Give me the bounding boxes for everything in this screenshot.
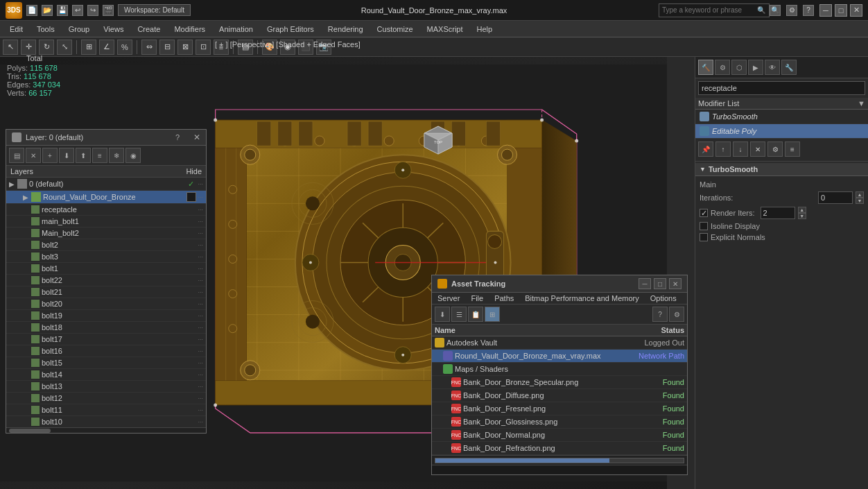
layers-delete-btn[interactable]: ✕ <box>26 148 41 163</box>
menu-graph-editors[interactable]: Graph Editors <box>260 24 321 35</box>
layer-item-bolt12[interactable]: bolt12 ··· <box>6 393 206 404</box>
select-btn[interactable]: ↖ <box>3 40 18 55</box>
at-tb-btn2[interactable]: ☰ <box>451 307 467 322</box>
menu-create[interactable]: Create <box>130 24 167 35</box>
workspace-selector[interactable]: Workspace: Default <box>118 4 191 16</box>
rp-tab-display[interactable]: 👁 <box>765 60 780 75</box>
menu-rendering[interactable]: Rendering <box>321 24 370 35</box>
render-iters-cb[interactable]: ✓ <box>700 209 708 217</box>
at-row-max-file[interactable]: Round_Vault_Door_Bronze_max_vray.max Net… <box>432 350 687 363</box>
at-row-refraction[interactable]: FNC Bank_Door_Refraction.png Found <box>432 442 687 455</box>
iterations-spinner[interactable]: ▲ ▼ <box>856 191 864 204</box>
layer-item-bolt11[interactable]: bolt11 ··· <box>6 404 206 416</box>
layer-item-bolt17[interactable]: bolt17 ··· <box>6 334 206 345</box>
save-btn[interactable]: 💾 <box>57 5 68 16</box>
layer-item-bolt22[interactable]: bolt22 ··· <box>6 275 206 286</box>
layer-item-bolt13[interactable]: bolt13 ··· <box>6 381 206 393</box>
at-menu-options[interactable]: Options <box>645 293 682 304</box>
pin-btn[interactable]: 📌 <box>698 141 713 157</box>
menu-views[interactable]: Views <box>96 24 130 35</box>
layer-btn[interactable]: ▤ <box>238 40 253 55</box>
align-btn[interactable]: ⊟ <box>159 40 175 55</box>
at-row-normal[interactable]: FNC Bank_Door_Normal.png Found <box>432 429 687 442</box>
layer-item-vault[interactable]: ▶ Round_Vault_Door_Bronze ··· <box>6 191 206 204</box>
scale-btn[interactable]: ⤡ <box>57 40 72 55</box>
move-up-btn[interactable]: ↑ <box>715 141 731 157</box>
layers-new-btn[interactable]: ▤ <box>9 148 24 163</box>
mod-options-btn[interactable]: ≡ <box>785 141 800 157</box>
menu-help[interactable]: Help <box>470 24 500 35</box>
explicit-normals-cb[interactable] <box>700 233 708 241</box>
at-tb-btn4[interactable]: ⊞ <box>485 307 500 322</box>
move-dn-btn[interactable]: ↓ <box>733 141 748 157</box>
undo-btn[interactable]: ↩ <box>72 5 83 16</box>
layers-filter-btn[interactable]: ≡ <box>92 148 107 163</box>
at-row-maps[interactable]: Maps / Shaders <box>432 363 687 376</box>
layer-item-bolt2[interactable]: bolt2 ··· <box>6 239 206 251</box>
move-btn[interactable]: ✛ <box>21 40 36 55</box>
layer-item-bolt20[interactable]: bolt20 ··· <box>6 298 206 310</box>
at-minimize-btn[interactable]: ─ <box>639 278 651 289</box>
align2-btn[interactable]: ⊠ <box>177 40 193 55</box>
render-quick-btn[interactable]: ⚙ <box>786 5 797 16</box>
menu-tools[interactable]: Tools <box>30 24 62 35</box>
menu-modifiers[interactable]: Modifiers <box>167 24 212 35</box>
layer-item-receptacle[interactable]: receptacle ··· <box>6 204 206 216</box>
at-menu-bitmap[interactable]: Bitmap Performance and Memory <box>519 293 644 304</box>
object-name-input[interactable] <box>698 81 865 95</box>
layer-item-main-bolt2[interactable]: Main_bolt2 ··· <box>6 228 206 239</box>
layers-freeze-btn[interactable]: ❄ <box>109 148 124 163</box>
help-btn[interactable]: ? <box>803 5 814 16</box>
layer-item-bolt1[interactable]: bolt1 ··· <box>6 263 206 275</box>
layer-item-bolt16[interactable]: bolt16 ··· <box>6 345 206 357</box>
close-btn[interactable]: ✕ <box>850 4 862 17</box>
render-iters-spinner[interactable]: ▲ ▼ <box>798 207 806 219</box>
layer-item-bolt10[interactable]: bolt10 ··· <box>6 416 206 427</box>
at-row-specular[interactable]: FNC Bank_Door_Bronze_Specular.png Found <box>432 376 687 389</box>
expand-default[interactable]: ▶ <box>9 180 17 188</box>
layers-scrollbar-h[interactable] <box>6 427 206 433</box>
menu-group[interactable]: Group <box>62 24 97 35</box>
at-tb-btn3[interactable]: 📋 <box>468 307 483 322</box>
search-exec-btn[interactable]: 🔍 <box>770 5 781 16</box>
layer-item-bolt19[interactable]: bolt19 ··· <box>6 310 206 322</box>
modifier-list-arrow[interactable]: ▼ <box>858 99 865 108</box>
menu-customize[interactable]: Customize <box>370 24 420 35</box>
modifier-editable-poly[interactable]: Editable Poly <box>695 124 868 139</box>
layer-item-default[interactable]: ▶ 0 (default) ✓ ··· <box>6 178 206 191</box>
layer-item-bolt21[interactable]: bolt21 ··· <box>6 286 206 298</box>
layer-cb-vault[interactable] <box>186 192 196 202</box>
render-iters-value[interactable]: 2 <box>761 207 795 219</box>
modifier-turbosmooth[interactable]: TurboSmooth <box>695 110 868 124</box>
at-row-vault[interactable]: Autodesk Vault Logged Out <box>432 336 687 350</box>
rp-tab-hierarchy[interactable]: ⬡ <box>731 60 747 75</box>
render-btn[interactable]: 🎨 <box>262 40 277 55</box>
expand-vault[interactable]: ▶ <box>23 194 31 201</box>
percent-snap-btn[interactable]: % <box>117 40 132 55</box>
rp-tab-utilities[interactable]: 🔧 <box>781 60 797 75</box>
mirror-btn[interactable]: ⇔ <box>141 40 157 55</box>
new-btn[interactable]: 📄 <box>26 5 37 16</box>
redo-btn[interactable]: ↪ <box>87 5 98 16</box>
turbosmooth-section-header[interactable]: ▼ TurboSmooth <box>695 163 868 176</box>
at-tb-help[interactable]: ? <box>652 307 668 322</box>
angle-snap-btn[interactable]: ∠ <box>99 40 114 55</box>
layers-render-btn[interactable]: ◉ <box>125 148 141 163</box>
render3-btn[interactable]: ⬛ <box>298 40 313 55</box>
render-iters-up[interactable]: ▲ <box>798 207 806 213</box>
layers-scrollbar-thumb[interactable] <box>9 429 51 433</box>
render2-btn[interactable]: ◉ <box>280 40 295 55</box>
viewport-cube[interactable]: TOP <box>417 119 459 161</box>
at-menu-file[interactable]: File <box>465 293 489 304</box>
layer-item-bolt3[interactable]: bolt3 ··· <box>6 251 206 263</box>
layers-add-btn[interactable]: + <box>42 148 58 163</box>
rotate-btn[interactable]: ↻ <box>39 40 54 55</box>
at-row-glossiness[interactable]: FNC Bank_Door_Glossiness.png Found <box>432 415 687 429</box>
at-tb-btn1[interactable]: ⬇ <box>435 307 450 322</box>
scene-btn[interactable]: 🎬 <box>103 5 114 16</box>
at-menu-paths[interactable]: Paths <box>489 293 519 304</box>
snap-btn[interactable]: ⊞ <box>81 40 96 55</box>
mod-delete-btn[interactable]: ✕ <box>750 141 765 157</box>
menu-animation[interactable]: Animation <box>212 24 260 35</box>
layers-help-btn[interactable]: ? <box>175 133 180 141</box>
